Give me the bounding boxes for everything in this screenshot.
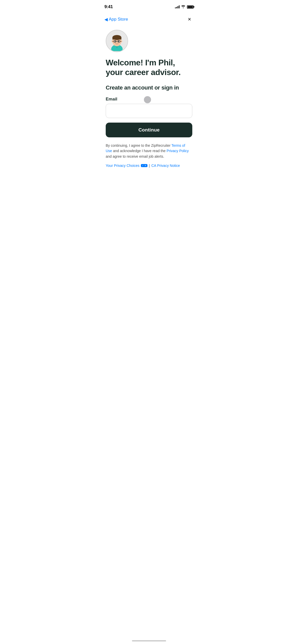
status-time: 9:41 (104, 4, 113, 9)
svg-rect-5 (112, 37, 121, 39)
autocomplete-indicator (144, 96, 151, 103)
signal-icon (175, 5, 180, 8)
back-arrow-icon: ◀ (104, 17, 108, 22)
email-input[interactable] (106, 104, 192, 118)
status-bar: 9:41 (99, 0, 199, 13)
main-content: Welcome! I'm Phil, your career advisor. … (99, 25, 199, 175)
opt-out-icon: ✕ (144, 164, 146, 167)
legal-suffix: and agree to receive email job alerts. (106, 154, 164, 158)
close-icon: × (188, 17, 191, 22)
welcome-heading: Welcome! I'm Phil, your career advisor. (106, 58, 192, 77)
legal-text: By continuing, I agree to the ZipRecruit… (106, 143, 192, 159)
avatar (106, 30, 128, 52)
svg-point-15 (114, 41, 116, 42)
nav-bar: ◀ App Store × (99, 13, 199, 25)
wifi-icon (181, 5, 185, 9)
back-button[interactable]: ◀ App Store (104, 17, 128, 22)
privacy-policy-link[interactable]: Privacy Policy (167, 149, 189, 153)
privacy-separator: | (149, 164, 150, 168)
svg-point-16 (118, 41, 119, 42)
legal-conjunction: and acknowledge I have read the (112, 149, 167, 153)
privacy-choices-icon: ✓ ✕ (141, 164, 147, 167)
email-form-group: Email (106, 97, 192, 118)
your-privacy-choices-label: Your Privacy Choices (106, 164, 140, 168)
avatar-container (106, 30, 192, 52)
avatar-illustration (107, 31, 127, 51)
battery-icon (187, 5, 194, 9)
continue-button[interactable]: Continue (106, 123, 192, 137)
back-label: App Store (109, 17, 128, 22)
legal-prefix: By continuing, I agree to the ZipRecruit… (106, 143, 171, 148)
email-input-wrapper (106, 104, 192, 118)
your-privacy-choices-link[interactable]: Your Privacy Choices ✓ ✕ (106, 164, 147, 168)
ca-privacy-notice-link[interactable]: CA Privacy Notice (151, 164, 180, 168)
privacy-links: Your Privacy Choices ✓ ✕ | CA Privacy No… (106, 164, 192, 168)
checkmark-icon: ✓ (142, 164, 144, 167)
status-icons (175, 5, 194, 9)
close-button[interactable]: × (185, 15, 194, 23)
subheading: Create an account or sign in (106, 84, 192, 91)
